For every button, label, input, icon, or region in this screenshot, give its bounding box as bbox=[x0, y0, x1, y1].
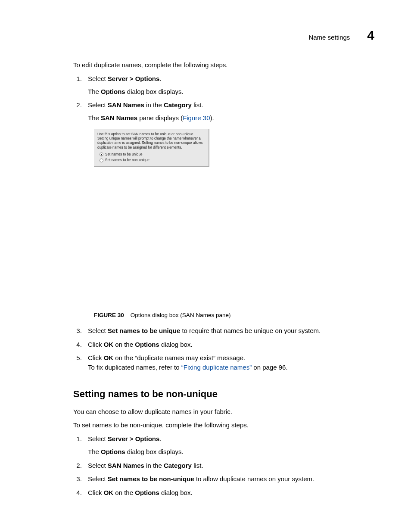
step-a5: Click OK on the “duplicate names may exi… bbox=[84, 353, 372, 372]
step-a2: Select SAN Names in the Category list. T… bbox=[84, 100, 372, 123]
section-b-heading: Setting names to be non-unique bbox=[73, 387, 372, 401]
radio-unique[interactable]: Set names to be unique bbox=[100, 152, 205, 157]
radio-selected-icon bbox=[100, 152, 103, 156]
figure-30-link[interactable]: Figure 30 bbox=[183, 114, 210, 121]
page: Name settings 4 To edit duplicate names,… bbox=[0, 0, 411, 532]
section-b-p2: To set names to be non-unique, complete … bbox=[73, 420, 372, 430]
radio-non-unique[interactable]: Set names to be non-unique bbox=[100, 158, 205, 162]
steps-b: Select Server > Options. The Options dia… bbox=[73, 434, 372, 498]
step-a3: Select Set names to be unique to require… bbox=[84, 326, 372, 336]
header-title: Name settings bbox=[308, 33, 350, 42]
step-a1-sub: The Options dialog box displays. bbox=[88, 87, 372, 96]
step-a1: Select Server > Options. The Options dia… bbox=[84, 74, 372, 96]
step-b4: Click OK on the Options dialog box. bbox=[84, 488, 372, 498]
chapter-number: 4 bbox=[367, 26, 374, 45]
step-b2: Select SAN Names in the Category list. bbox=[84, 461, 372, 470]
steps-a-3to5: Select Set names to be unique to require… bbox=[73, 326, 372, 372]
content: To edit duplicate names, complete the fo… bbox=[73, 60, 372, 498]
step-b1-sub: The Options dialog box displays. bbox=[88, 447, 372, 457]
step-a5-sub: To fix duplicated names, refer to “Fixin… bbox=[88, 363, 372, 372]
step-b1: Select Server > Options. The Options dia… bbox=[84, 434, 372, 457]
dialog-figure: Use this option to set SAN names to be u… bbox=[94, 129, 372, 167]
step-a2-sub: The SAN Names pane displays (Figure 30). bbox=[88, 113, 372, 123]
figure-caption: FIGURE 30 Options dialog box (SAN Names … bbox=[94, 311, 372, 320]
dialog-description: Use this option to set SAN names to be u… bbox=[97, 132, 205, 150]
page-header: Name settings 4 bbox=[308, 26, 374, 45]
san-names-dialog: Use this option to set SAN names to be u… bbox=[94, 129, 209, 167]
radio-unselected-icon bbox=[100, 159, 103, 162]
section-b-p1: You can choose to allow duplicate names … bbox=[73, 407, 372, 417]
figure-whitespace bbox=[73, 173, 372, 307]
step-b3: Select Set names to be non-unique to all… bbox=[84, 474, 372, 484]
step-a4: Click OK on the Options dialog box. bbox=[84, 340, 372, 349]
fixing-duplicate-link[interactable]: “Fixing duplicate names” bbox=[181, 364, 252, 371]
steps-a-1to2: Select Server > Options. The Options dia… bbox=[73, 74, 372, 123]
intro-a: To edit duplicate names, complete the fo… bbox=[73, 60, 372, 70]
